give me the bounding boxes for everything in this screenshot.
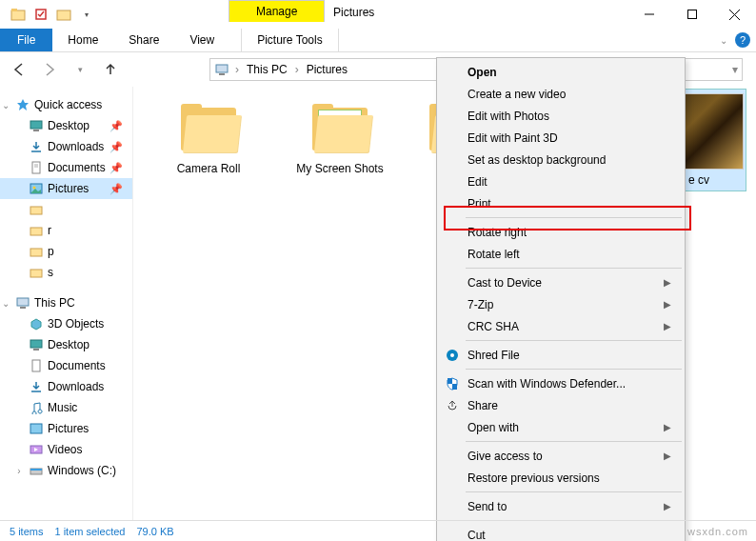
cm-crcsha[interactable]: CRC SHA▶ — [439, 315, 683, 337]
tree-quick-access[interactable]: ⌄ Quick access — [0, 94, 132, 115]
folder-camera-roll[interactable]: Camera Roll — [156, 104, 261, 175]
status-bar: 5 items 1 item selected 79.0 KB — [0, 520, 756, 541]
view-tab[interactable]: View — [174, 29, 229, 51]
up-button[interactable] — [99, 58, 122, 81]
svg-rect-38 — [452, 384, 457, 390]
svg-rect-19 — [30, 207, 42, 214]
cm-7zip[interactable]: 7-Zip▶ — [439, 293, 683, 315]
cm-open-with[interactable]: Open with▶ — [439, 416, 683, 438]
cm-separator — [466, 340, 682, 341]
videos-icon — [29, 442, 44, 457]
submenu-arrow-icon: ▶ — [664, 277, 671, 288]
tree-downloads[interactable]: Downloads 📌 — [0, 136, 132, 157]
tree-music[interactable]: Music — [0, 397, 132, 418]
pin-icon: 📌 — [109, 183, 123, 195]
documents-icon — [29, 358, 44, 373]
svg-rect-23 — [17, 298, 29, 306]
chevron-right-icon[interactable]: › — [13, 466, 25, 476]
svg-rect-11 — [30, 121, 42, 129]
cm-print[interactable]: Print — [439, 192, 683, 214]
tree-documents[interactable]: Documents 📌 — [0, 157, 132, 178]
cm-edit[interactable]: Edit — [439, 170, 683, 192]
forward-button[interactable] — [38, 58, 61, 81]
tree-documents2[interactable]: Documents — [0, 355, 132, 376]
desktop-icon — [29, 118, 44, 133]
tree-label: s — [48, 266, 53, 279]
svg-rect-22 — [30, 270, 42, 277]
star-icon — [15, 97, 30, 112]
cm-edit-photos[interactable]: Edit with Photos — [439, 105, 683, 127]
cm-send-to[interactable]: Send to▶ — [439, 495, 683, 517]
ribbon-right-controls: ⌄ ? — [720, 32, 750, 48]
tree-pictures-selected[interactable]: Pictures 📌 — [0, 178, 132, 199]
cm-paint3d[interactable]: Edit with Paint 3D — [439, 127, 683, 149]
tree-desktop2[interactable]: Desktop — [0, 334, 132, 355]
cm-shred-file[interactable]: Shred File — [439, 344, 683, 366]
file-tab[interactable]: File — [0, 29, 52, 51]
submenu-arrow-icon: ▶ — [664, 501, 671, 511]
documents-icon — [29, 160, 44, 175]
cm-give-access[interactable]: Give access to▶ — [439, 445, 683, 467]
svg-marker-10 — [17, 99, 29, 110]
maximize-button[interactable] — [670, 0, 713, 29]
pc-icon — [214, 62, 229, 77]
picture-tools-tab[interactable]: Picture Tools — [241, 29, 338, 51]
cm-create-video[interactable]: Create a new video — [439, 83, 683, 105]
address-dropdown-icon[interactable]: ▾ — [732, 63, 738, 76]
tree-label: Quick access — [34, 98, 102, 111]
close-button[interactable] — [713, 0, 756, 29]
tree-pinned-folder[interactable]: s — [0, 262, 132, 283]
tree-videos[interactable]: Videos — [0, 439, 132, 460]
breadcrumb-separator-icon[interactable]: › — [293, 63, 301, 76]
recent-locations-button[interactable]: ▾ — [69, 58, 91, 81]
tree-downloads2[interactable]: Downloads — [0, 376, 132, 397]
cm-defender[interactable]: Scan with Windows Defender... — [439, 372, 683, 394]
tree-label: r — [48, 224, 51, 237]
tree-pictures2[interactable]: Pictures — [0, 418, 132, 439]
qat-dropdown-icon[interactable]: ▾ — [76, 4, 97, 25]
pictures-icon — [29, 181, 44, 196]
window-title: Pictures — [333, 6, 374, 19]
qat-properties-icon[interactable] — [30, 4, 51, 25]
ribbon-tabs: File Home Share View Picture Tools — [0, 29, 756, 52]
minimize-button[interactable] — [627, 0, 670, 29]
help-icon[interactable]: ? — [735, 32, 750, 48]
ribbon-collapse-icon[interactable]: ⌄ — [720, 35, 727, 46]
cm-share[interactable]: Share — [439, 394, 683, 416]
manage-tab-header: Manage — [229, 0, 325, 22]
breadcrumb-separator-icon[interactable]: › — [233, 63, 241, 76]
svg-rect-21 — [30, 249, 42, 256]
back-button[interactable] — [8, 58, 30, 81]
cm-cast-to-device[interactable]: Cast to Device▶ — [439, 271, 683, 293]
downloads-icon — [29, 139, 44, 154]
chevron-down-icon[interactable]: ⌄ — [0, 100, 11, 110]
tree-windows-c[interactable]: › Windows (C:) — [0, 460, 132, 481]
cm-rotate-right[interactable]: Rotate right — [439, 221, 683, 243]
folder-screenshots[interactable]: My Screen Shots — [288, 104, 392, 175]
tree-desktop[interactable]: Desktop 📌 — [0, 115, 132, 136]
tree-pinned-folder[interactable] — [0, 199, 132, 220]
tree-this-pc[interactable]: ⌄ This PC — [0, 292, 132, 313]
tree-3d-objects[interactable]: 3D Objects — [0, 313, 132, 334]
status-size: 79.0 KB — [136, 526, 173, 537]
breadcrumb-current[interactable]: Pictures — [305, 63, 349, 76]
item-label: My Screen Shots — [288, 162, 392, 175]
chevron-down-icon[interactable]: ⌄ — [0, 298, 11, 309]
breadcrumb-root[interactable]: This PC — [245, 63, 289, 76]
status-selected-count: 1 item selected — [54, 526, 125, 537]
cm-restore[interactable]: Restore previous versions — [439, 467, 683, 489]
folder-icon — [307, 104, 373, 156]
cm-open[interactable]: Open — [439, 61, 683, 83]
drive-icon — [29, 463, 44, 478]
tree-label: Music — [48, 401, 77, 414]
tree-pinned-folder[interactable]: r — [0, 220, 132, 241]
cm-rotate-left[interactable]: Rotate left — [439, 243, 683, 265]
cm-separator — [466, 369, 682, 370]
tree-label: Windows (C:) — [48, 464, 116, 477]
tree-pinned-folder[interactable]: p — [0, 241, 132, 262]
navigation-pane[interactable]: ⌄ Quick access Desktop 📌 Downloads 📌 Doc… — [0, 87, 133, 520]
share-tab[interactable]: Share — [113, 29, 174, 51]
home-tab[interactable]: Home — [52, 29, 113, 51]
cm-set-desktop-background[interactable]: Set as desktop background — [439, 149, 683, 170]
qat-new-folder-icon[interactable] — [53, 4, 74, 25]
